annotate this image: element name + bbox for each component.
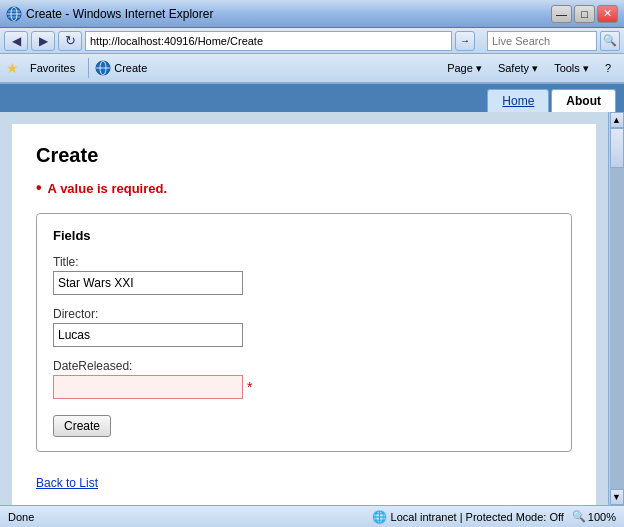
window-controls[interactable]: — □ ✕ xyxy=(551,5,618,23)
zoom-control[interactable]: 🔍 100% xyxy=(572,510,616,523)
create-button[interactable]: Create xyxy=(53,415,111,437)
tab-icon xyxy=(95,60,111,76)
go-button[interactable]: → xyxy=(455,31,475,51)
scroll-track xyxy=(610,128,624,489)
title-field-group: Title: xyxy=(53,255,555,295)
maximize-button[interactable]: □ xyxy=(574,5,595,23)
address-bar: ◀ ▶ ↻ → 🔍 xyxy=(0,28,624,54)
back-button[interactable]: ◀ xyxy=(4,31,28,51)
browser-icon xyxy=(6,6,22,22)
page-white: Create • A value is required. Fields Tit… xyxy=(12,124,596,505)
scrollbar[interactable]: ▲ ▼ xyxy=(608,112,624,505)
current-tab-label: Create xyxy=(114,62,147,74)
scroll-up-button[interactable]: ▲ xyxy=(610,112,624,128)
fields-legend: Fields xyxy=(53,228,555,243)
back-to-list-link[interactable]: Back to List xyxy=(36,476,98,490)
page-title: Create xyxy=(36,144,572,167)
home-tab[interactable]: Home xyxy=(487,89,549,112)
required-star: * xyxy=(247,379,252,395)
zone-text: Local intranet | Protected Mode: Off xyxy=(391,511,564,523)
date-field-row: * xyxy=(53,375,555,399)
title-label: Title: xyxy=(53,255,555,269)
status-text: Done xyxy=(8,511,364,523)
address-input[interactable] xyxy=(85,31,452,51)
refresh-button[interactable]: ↻ xyxy=(58,31,82,51)
status-bar: Done 🌐 Local intranet | Protected Mode: … xyxy=(0,505,624,527)
close-button[interactable]: ✕ xyxy=(597,5,618,23)
browser-content: Create • A value is required. Fields Tit… xyxy=(0,112,624,505)
error-bullet: • xyxy=(36,179,42,197)
date-label: DateReleased: xyxy=(53,359,555,373)
zone-icon: 🌐 xyxy=(372,510,387,524)
zoom-text: 100% xyxy=(588,511,616,523)
toolbar: ★ Favorites Create Page ▾ Safety ▾ Tools… xyxy=(0,54,624,84)
window-title: Create - Windows Internet Explorer xyxy=(26,7,551,21)
zoom-icon: 🔍 xyxy=(572,510,586,523)
safety-menu-button[interactable]: Safety ▾ xyxy=(491,57,545,79)
help-button[interactable]: ? xyxy=(598,57,618,79)
about-tab[interactable]: About xyxy=(551,89,616,112)
tools-menu-button[interactable]: Tools ▾ xyxy=(547,57,596,79)
director-label: Director: xyxy=(53,307,555,321)
favorites-icon: ★ xyxy=(6,60,19,76)
page-menu-button[interactable]: Page ▾ xyxy=(440,57,489,79)
scroll-thumb[interactable] xyxy=(610,128,624,168)
page-area: Create • A value is required. Fields Tit… xyxy=(0,112,608,505)
status-zone: 🌐 Local intranet | Protected Mode: Off xyxy=(372,510,564,524)
date-input[interactable] xyxy=(53,375,243,399)
toolbar-right: Page ▾ Safety ▾ Tools ▾ ? xyxy=(440,57,618,79)
fields-box: Fields Title: Director: DateReleased: * xyxy=(36,213,572,452)
scroll-down-button[interactable]: ▼ xyxy=(610,489,624,505)
validation-error: • A value is required. xyxy=(36,179,572,197)
director-field-group: Director: xyxy=(53,307,555,347)
toolbar-separator xyxy=(88,58,89,78)
error-message: A value is required. xyxy=(48,181,167,196)
minimize-button[interactable]: — xyxy=(551,5,572,23)
title-bar: Create - Windows Internet Explorer — □ ✕ xyxy=(0,0,624,28)
title-input[interactable] xyxy=(53,271,243,295)
date-field-group: DateReleased: * xyxy=(53,359,555,399)
forward-button[interactable]: ▶ xyxy=(31,31,55,51)
search-input[interactable] xyxy=(487,31,597,51)
nav-tabs-bar: Home About xyxy=(0,84,624,112)
search-button[interactable]: 🔍 xyxy=(600,31,620,51)
favorites-button[interactable]: Favorites xyxy=(23,57,82,79)
director-input[interactable] xyxy=(53,323,243,347)
